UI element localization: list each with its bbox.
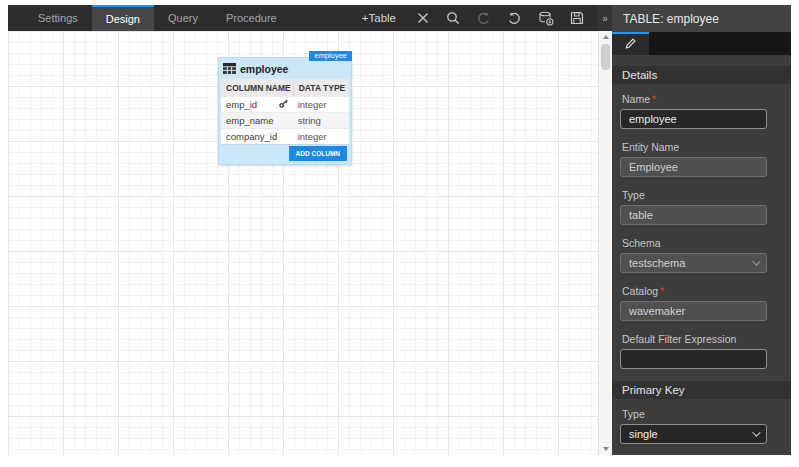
table-badge: employee: [309, 51, 352, 61]
table-card-footer: ADD COLUMN: [221, 144, 349, 162]
entity-name-input: [620, 157, 767, 177]
delete-icon[interactable]: [416, 11, 430, 25]
field-pk-type: Type single: [620, 408, 767, 444]
required-marker: *: [652, 93, 656, 105]
middle-strip: »: [598, 5, 612, 455]
collapse-panel-button[interactable]: »: [598, 5, 612, 31]
tab-query[interactable]: Query: [154, 5, 212, 31]
column-row-emp-name[interactable]: emp_name string: [221, 112, 349, 128]
required-marker: *: [660, 285, 664, 297]
primary-key-icon: [278, 98, 289, 111]
toolbar: Settings Design Query Procedure +Table: [8, 5, 598, 31]
refresh-ccw-icon: [476, 11, 491, 26]
tab-edit-table[interactable]: [612, 32, 649, 55]
panel-body: Details Name* Entity Name Type Schema: [612, 55, 791, 455]
column-name: emp_id: [226, 99, 257, 110]
schema-select: testschema: [620, 253, 767, 273]
column-type: integer: [293, 131, 349, 142]
table-card-title: employee: [240, 63, 288, 75]
schema-label: Schema: [622, 237, 767, 249]
table-grid-icon: [223, 60, 236, 78]
column-type: string: [293, 115, 349, 126]
toolbar-actions: +Table: [362, 5, 598, 31]
name-input[interactable]: [620, 109, 767, 129]
column-header-row: COLUMN NAME DATA TYPE: [221, 79, 349, 96]
field-type: Type: [620, 189, 767, 225]
export-db-icon[interactable]: [538, 11, 554, 26]
pencil-icon: [624, 36, 637, 54]
properties-panel: TABLE: employee Details Name* Entity Nam…: [612, 5, 791, 455]
name-label: Name: [622, 93, 650, 105]
scroll-down-icon[interactable]: [599, 443, 612, 455]
type-input: [620, 205, 767, 225]
catalog-input: [620, 301, 767, 321]
canvas-scrollbar[interactable]: [598, 31, 612, 455]
scroll-up-icon[interactable]: [599, 31, 612, 43]
toolbar-tabs: Settings Design Query Procedure: [8, 5, 291, 31]
tab-design[interactable]: Design: [92, 5, 154, 31]
chevron-down-icon: [752, 428, 760, 436]
column-row-emp-id[interactable]: emp_id integer: [221, 96, 349, 112]
section-details: Details: [612, 66, 791, 84]
column-name: company_id: [226, 131, 277, 142]
left-region: Settings Design Query Procedure +Table: [8, 5, 598, 455]
field-catalog: Catalog*: [620, 285, 767, 321]
column-type: integer: [293, 99, 349, 110]
scrollbar-thumb[interactable]: [601, 44, 610, 70]
add-column-button[interactable]: ADD COLUMN: [289, 146, 347, 161]
screenshot: Settings Design Query Procedure +Table: [0, 0, 799, 467]
refresh-cw-icon[interactable]: [507, 11, 522, 26]
field-default-filter: Default Filter Expression: [620, 333, 767, 369]
tab-procedure[interactable]: Procedure: [212, 5, 291, 31]
field-schema: Schema testschema: [620, 237, 767, 273]
table-card-employee[interactable]: employee employee COLUMN NAME: [218, 57, 352, 165]
save-icon[interactable]: [570, 11, 584, 25]
tab-settings[interactable]: Settings: [24, 5, 92, 31]
default-filter-input[interactable]: [620, 349, 767, 369]
pk-type-select[interactable]: single: [620, 424, 767, 444]
chevron-down-icon: [752, 257, 760, 265]
column-name-header: COLUMN NAME: [221, 83, 293, 93]
panel-tabstrip: [612, 32, 791, 55]
section-primary-key: Primary Key: [612, 381, 791, 399]
panel-title: TABLE: employee: [612, 5, 791, 32]
design-canvas[interactable]: employee employee COLUMN NAME: [8, 31, 598, 455]
type-label: Type: [622, 189, 767, 201]
field-name: Name*: [620, 93, 767, 129]
default-filter-label: Default Filter Expression: [622, 333, 767, 345]
entity-name-label: Entity Name: [622, 141, 767, 153]
pk-type-label: Type: [622, 408, 767, 420]
data-type-header: DATA TYPE: [293, 79, 349, 96]
column-row-company-id[interactable]: company_id integer: [221, 128, 349, 144]
catalog-label: Catalog: [622, 285, 658, 297]
search-icon[interactable]: [446, 11, 460, 25]
add-table-button[interactable]: +Table: [362, 12, 396, 24]
db-designer-window: Settings Design Query Procedure +Table: [8, 5, 791, 455]
table-card-header[interactable]: employee: [221, 58, 349, 79]
column-name: emp_name: [226, 115, 274, 126]
field-entity-name: Entity Name: [620, 141, 767, 177]
